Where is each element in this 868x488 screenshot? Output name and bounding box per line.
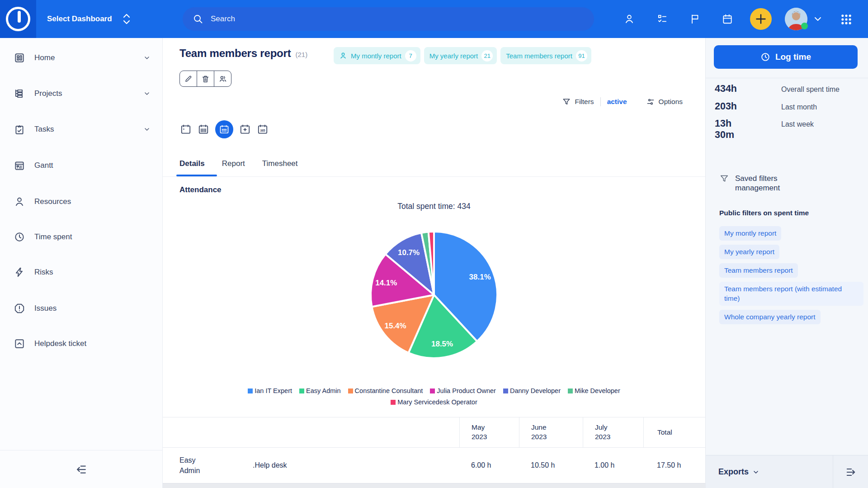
search-input[interactable] bbox=[210, 14, 584, 24]
chevron-down-icon bbox=[752, 469, 760, 476]
filters-button[interactable]: Filters bbox=[562, 97, 594, 106]
exports-label: Exports bbox=[718, 467, 749, 477]
sidebar-label: Time spent bbox=[34, 232, 72, 242]
search-bar[interactable] bbox=[183, 7, 594, 31]
filter-chip-my-montly-report[interactable]: My montly report bbox=[719, 226, 781, 241]
report-toolbar bbox=[179, 71, 231, 87]
stat-value: 203h bbox=[706, 101, 781, 112]
sidebar-item-projects[interactable]: Projects bbox=[0, 84, 162, 104]
table-cell-total: 17.50 h bbox=[643, 460, 705, 470]
sidebar-label: Home bbox=[34, 53, 55, 62]
pie-slice-label: 10.7% bbox=[398, 248, 420, 257]
sidebar-label: Risks bbox=[34, 268, 53, 277]
add-new-button[interactable] bbox=[750, 8, 772, 30]
chip-label: Team members report bbox=[506, 52, 572, 60]
trash-icon bbox=[201, 75, 210, 83]
collapse-panel-button[interactable] bbox=[833, 455, 868, 488]
exports-dropdown[interactable]: Exports bbox=[718, 455, 760, 488]
tab-report[interactable]: Report bbox=[222, 159, 245, 175]
sidebar-label: Resources bbox=[34, 197, 71, 206]
chip-my-yearly-report[interactable]: My yearly report 21 bbox=[424, 47, 497, 64]
avatar-chevron-down-icon[interactable] bbox=[814, 16, 822, 22]
chip-label: My yearly report bbox=[429, 52, 478, 60]
person-icon bbox=[339, 52, 347, 60]
left-sidebar: Home Projects Tasks Gantt Resources Time… bbox=[0, 38, 163, 488]
sidebar-item-risks[interactable]: Risks bbox=[0, 262, 162, 282]
options-label: Options bbox=[659, 98, 683, 106]
apps-grid-icon[interactable] bbox=[840, 13, 853, 26]
chart-legend: Ian IT Expert Easy Admin Constantine Con… bbox=[208, 387, 660, 406]
view-year-365-icon[interactable]: 365 bbox=[257, 123, 269, 135]
table-header-cell: Total bbox=[643, 417, 705, 447]
table-header-cell bbox=[163, 417, 252, 447]
sidebar-item-tasks[interactable]: Tasks bbox=[0, 119, 162, 139]
sidebar-item-resources[interactable]: Resources bbox=[0, 192, 162, 212]
sidebar-item-time-spent[interactable]: Time spent bbox=[0, 227, 162, 247]
pie-slice-label: 18.5% bbox=[431, 340, 453, 348]
view-day-icon[interactable] bbox=[180, 123, 192, 135]
sidebar-item-home[interactable]: Home bbox=[0, 48, 162, 68]
filters-label: Filters bbox=[575, 98, 594, 106]
active-filters-link[interactable]: active bbox=[607, 98, 627, 106]
table-cell-user: Easy Admin bbox=[163, 455, 252, 476]
sidebar-item-gantt[interactable]: Gantt bbox=[0, 156, 162, 175]
filter-chip-whole-company-yearly[interactable]: Whole company yearly report bbox=[719, 310, 821, 324]
share-users-button[interactable] bbox=[214, 71, 231, 86]
flag-icon[interactable] bbox=[689, 13, 701, 25]
right-panel: Log time 434h Overall spent time 203h La… bbox=[705, 38, 868, 488]
view-add-period-icon[interactable] bbox=[239, 123, 251, 135]
chip-my-montly-report[interactable]: My montly report 7 bbox=[334, 47, 420, 64]
filter-chip-team-members-report[interactable]: Team members report bbox=[719, 263, 798, 278]
public-filters-title: Public filters on spent time bbox=[719, 209, 809, 217]
profile-icon[interactable] bbox=[623, 13, 635, 25]
attendance-heading: Attendance bbox=[179, 185, 222, 194]
table-header-cell: July 2023 bbox=[583, 417, 643, 447]
chart-title: Total spent time: 434 bbox=[163, 202, 705, 211]
edit-button[interactable] bbox=[180, 71, 197, 86]
sidebar-item-helpdesk-ticket[interactable]: Helpdesk ticket bbox=[0, 334, 162, 354]
chevron-down-icon[interactable] bbox=[143, 90, 151, 97]
saved-filters-management[interactable]: Saved filters management bbox=[719, 174, 803, 193]
tasks-checklist-icon[interactable] bbox=[656, 13, 668, 25]
table-cell-july: 1.00 h bbox=[583, 460, 643, 470]
tasks-clipboard-icon bbox=[14, 123, 25, 135]
filter-chip-my-yearly-report[interactable]: My yearly report bbox=[719, 245, 779, 259]
page-title: Team members report bbox=[179, 47, 291, 60]
stat-last-month: 203h Last month bbox=[706, 101, 868, 112]
helpdesk-icon bbox=[14, 338, 25, 350]
stat-label: Overall spent time bbox=[781, 83, 849, 95]
app-logo[interactable] bbox=[0, 0, 36, 38]
sidebar-item-issues[interactable]: Issues bbox=[0, 298, 162, 318]
home-dashboard-icon bbox=[14, 52, 25, 64]
sidebar-label: Projects bbox=[34, 89, 62, 98]
chip-team-members-report[interactable]: Team members report 91 bbox=[500, 47, 591, 64]
pie-chart: 38.1%18.5%15.4%14.1%10.7% bbox=[366, 227, 502, 363]
person-icon bbox=[14, 196, 25, 208]
legend-swatch bbox=[391, 400, 396, 405]
collapse-sidebar-button[interactable] bbox=[0, 450, 162, 488]
chevron-down-icon[interactable] bbox=[143, 54, 151, 62]
dashboard-selector-label: Select Dashboard bbox=[47, 14, 112, 24]
plus-icon bbox=[755, 14, 766, 24]
table-header-cell bbox=[252, 417, 459, 447]
calendar-icon[interactable] bbox=[722, 13, 733, 25]
filter-chip-team-members-report-estimated[interactable]: Team members report (with estimated time… bbox=[719, 282, 863, 305]
tab-timesheet[interactable]: Timesheet bbox=[262, 159, 298, 175]
delete-button[interactable] bbox=[197, 71, 214, 86]
table-header-cell: June 2023 bbox=[519, 417, 583, 447]
tab-details[interactable]: Details bbox=[179, 159, 205, 175]
top-bar: Select Dashboard bbox=[0, 0, 868, 38]
alert-octagon-icon bbox=[14, 303, 25, 314]
table-row: Easy Admin .Help desk 6.00 h 10.50 h 1.0… bbox=[163, 448, 705, 483]
legend-item: Easy Admin bbox=[299, 387, 341, 394]
online-status-dot bbox=[801, 23, 808, 29]
legend-swatch bbox=[430, 389, 435, 393]
options-button[interactable]: Options bbox=[646, 97, 683, 106]
log-time-button[interactable]: Log time bbox=[714, 45, 858, 69]
view-month-icon-selected[interactable] bbox=[215, 120, 233, 138]
view-week-icon[interactable] bbox=[198, 123, 209, 135]
dashboard-selector[interactable]: Select Dashboard bbox=[47, 0, 131, 38]
chip-count-badge: 91 bbox=[576, 50, 587, 62]
chevron-down-icon[interactable] bbox=[143, 126, 151, 133]
public-filter-list: My montly report My yearly report Team m… bbox=[719, 226, 863, 324]
